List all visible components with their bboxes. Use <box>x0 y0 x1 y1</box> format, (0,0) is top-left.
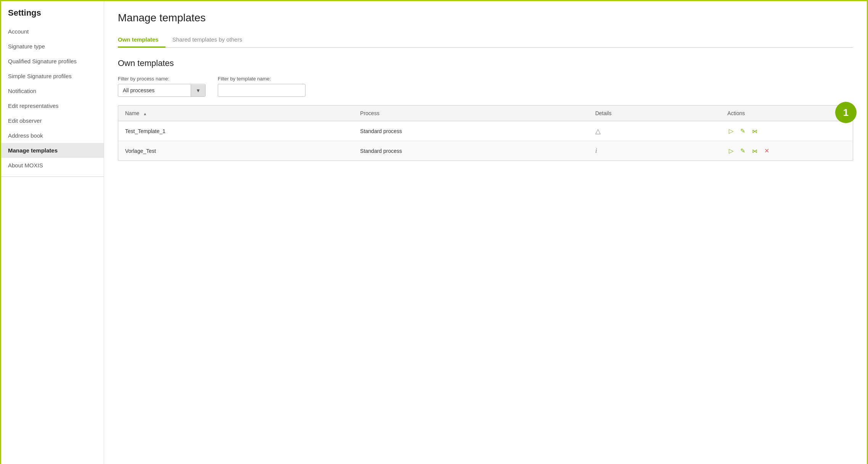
process-filter-select[interactable]: All processes ▼ <box>118 84 206 97</box>
process-filter-group: Filter by process name: All processes ▼ <box>118 76 206 97</box>
cell-process-0: Standard process <box>353 121 588 141</box>
templates-table-container: 1 Name ▲ Process Details Actions Test_Te… <box>118 105 853 161</box>
col-header-actions: Actions <box>720 106 853 121</box>
sidebar-item-simple-signature-profiles[interactable]: Simple Signature profiles <box>1 69 104 83</box>
template-filter-group: Filter by template name: <box>218 76 305 97</box>
edit-icon-1[interactable]: ✎ <box>739 146 747 156</box>
sidebar-item-address-book[interactable]: Address book <box>1 128 104 143</box>
tab-own-templates[interactable]: Own templates <box>118 33 166 48</box>
col-header-process: Process <box>353 106 588 121</box>
col-header-name[interactable]: Name ▲ <box>118 106 353 121</box>
sidebar-item-signature-type[interactable]: Signature type <box>1 39 104 54</box>
warning-icon: △ <box>595 127 601 135</box>
cell-actions-0: ▷ ✎ ⋈ <box>720 121 853 141</box>
main-content: Manage templates Own templatesShared tem… <box>104 1 867 464</box>
filters-area: Filter by process name: All processes ▼ … <box>118 76 853 97</box>
delete-icon-1[interactable]: ✕ <box>763 146 771 156</box>
cell-details-1: i <box>588 141 721 161</box>
process-filter-arrow[interactable]: ▼ <box>191 85 205 96</box>
process-filter-label: Filter by process name: <box>118 76 206 82</box>
play-icon-1[interactable]: ▷ <box>727 146 735 156</box>
process-filter-value: All processes <box>118 84 191 96</box>
tab-shared-templates[interactable]: Shared templates by others <box>172 33 249 48</box>
templates-table: Name ▲ Process Details Actions Test_Temp… <box>118 106 853 161</box>
page-title: Manage templates <box>118 12 853 24</box>
sidebar-item-manage-templates[interactable]: Manage templates <box>1 143 104 158</box>
sidebar-item-about-moxis[interactable]: About MOXIS <box>1 158 104 173</box>
template-filter-label: Filter by template name: <box>218 76 305 82</box>
sort-icon-name: ▲ <box>143 112 147 116</box>
tabs-container: Own templatesShared templates by others <box>118 33 853 48</box>
info-icon: i <box>595 147 597 154</box>
table-row: Test_Template_1Standard process△ ▷ ✎ ⋈ <box>118 121 853 141</box>
col-header-details: Details <box>588 106 721 121</box>
play-icon-0[interactable]: ▷ <box>727 126 735 136</box>
cell-actions-1: ▷ ✎ ⋈✕ <box>720 141 853 161</box>
sidebar: Settings AccountSignature typeQualified … <box>1 1 104 464</box>
share-icon-0[interactable]: ⋈ <box>751 127 759 136</box>
sidebar-item-notification[interactable]: Notification <box>1 83 104 98</box>
template-filter-input[interactable] <box>218 84 305 97</box>
sidebar-item-account[interactable]: Account <box>1 24 104 39</box>
cell-name-1: Vorlage_Test <box>118 141 353 161</box>
sidebar-item-edit-representatives[interactable]: Edit representatives <box>1 98 104 113</box>
cell-process-1: Standard process <box>353 141 588 161</box>
cell-name-0: Test_Template_1 <box>118 121 353 141</box>
share-icon-1[interactable]: ⋈ <box>751 146 759 156</box>
edit-icon-0[interactable]: ✎ <box>739 126 747 136</box>
table-header-row: Name ▲ Process Details Actions <box>118 106 853 121</box>
cell-details-0: △ <box>588 121 721 141</box>
sidebar-item-qualified-signature-profiles[interactable]: Qualified Signature profiles <box>1 54 104 69</box>
sidebar-item-edit-observer[interactable]: Edit observer <box>1 113 104 128</box>
badge-circle: 1 <box>835 102 857 123</box>
section-title: Own templates <box>118 58 853 68</box>
table-row: Vorlage_TestStandard processi ▷ ✎ ⋈✕ <box>118 141 853 161</box>
sidebar-divider <box>1 177 104 177</box>
sidebar-title: Settings <box>1 8 104 24</box>
